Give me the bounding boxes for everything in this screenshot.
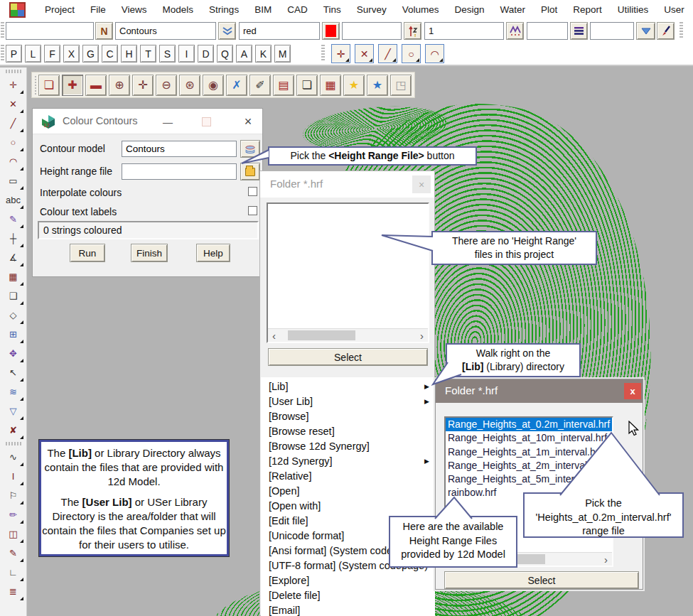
scroll-left-icon[interactable]: ‹ [268, 329, 280, 342]
menu-item[interactable]: [Relative] ▶ [261, 469, 435, 484]
polygon-tool-icon[interactable]: ◇ [3, 306, 24, 325]
menu-item[interactable]: Views [114, 1, 155, 18]
menu-item[interactable]: Water [493, 1, 534, 18]
interpolate-colours-checkbox[interactable] [248, 187, 257, 196]
menu-item[interactable]: [Delete file] ▶ [261, 588, 435, 603]
scroll-right-icon[interactable]: › [600, 553, 612, 566]
translate-tool-icon[interactable]: ✥ [3, 344, 24, 363]
remove-view-icon[interactable]: ▬ [85, 75, 107, 96]
hrf-file-item[interactable]: Range_Heights_at_10m_interval.hrf [446, 431, 612, 445]
minimize-button[interactable]: — [157, 114, 178, 130]
toolbar-grip[interactable] [1, 45, 4, 62]
toolbar-grip[interactable] [321, 45, 325, 62]
select-button[interactable]: Select [444, 571, 639, 589]
toolbar-grip[interactable] [1, 22, 4, 39]
zoom-previous-icon[interactable]: ◉ [203, 75, 224, 96]
help-button[interactable]: Help [196, 244, 230, 262]
pencil-tool-icon[interactable]: ✎ [3, 210, 24, 229]
eyedropper-button[interactable] [657, 22, 675, 40]
arc-snap-icon[interactable]: ◠ [425, 44, 444, 63]
copy-window-icon[interactable]: ❑ [3, 286, 24, 306]
finish-button[interactable]: Finish [131, 244, 168, 262]
shield-polygon-icon[interactable]: ▽ [3, 401, 24, 421]
toolbar-grip[interactable] [6, 70, 21, 73]
mode-letter-button[interactable]: Q [217, 45, 233, 63]
dialog-titlebar[interactable]: 12 Colour Contours — × [33, 109, 262, 134]
menu-item[interactable]: User [656, 1, 692, 18]
mode-letter-button[interactable]: M [274, 45, 291, 63]
colour-swatch-button[interactable] [322, 22, 340, 40]
mode-letter-button[interactable]: P [6, 45, 22, 63]
menu-item[interactable]: [Explore] ▶ [261, 573, 435, 588]
synergy-star-icon[interactable]: ★ [367, 75, 388, 96]
menu-item[interactable]: Volumes [394, 1, 447, 18]
plot-icon[interactable]: ▤ [273, 75, 294, 96]
move-view-icon[interactable]: ◫ [3, 524, 24, 544]
survey-tool-icon[interactable]: ⚐ [3, 486, 24, 505]
menu-item[interactable]: BIM [247, 1, 279, 18]
colour-text-labels-checkbox[interactable] [248, 206, 257, 215]
menu-item[interactable]: [Open] ▶ [261, 484, 435, 499]
model-input[interactable] [115, 22, 216, 40]
run-button[interactable]: Run [70, 244, 105, 262]
tin-choice-button[interactable] [570, 22, 588, 40]
circle-snap-icon[interactable]: ○ [402, 44, 421, 63]
mode-letter-button[interactable]: I [178, 45, 195, 63]
segment-snap-icon[interactable]: ╱ [378, 44, 397, 63]
mode-letter-button[interactable]: K [255, 45, 272, 63]
polyline-tool-icon[interactable]: ∟ [3, 563, 24, 582]
maximize-button[interactable] [202, 117, 211, 126]
weed-choice-button[interactable] [506, 22, 524, 40]
measure-tool-icon[interactable]: ∡ [3, 248, 24, 267]
image-point-icon[interactable]: ⊞ [3, 325, 24, 344]
close-button[interactable]: × [237, 113, 259, 130]
file-list-empty[interactable]: ‹ › [267, 202, 429, 343]
zoom-in-icon[interactable]: ⊕ [109, 75, 130, 96]
edit-note-icon[interactable]: ✏ [3, 505, 24, 524]
menu-item[interactable]: [Open with] ▶ [261, 499, 435, 514]
layout-icon[interactable]: ◳ [390, 75, 412, 96]
menu-item[interactable]: [Lib] ▶ [261, 379, 435, 394]
favourites-star-icon[interactable]: ★ [343, 75, 365, 96]
menu-item[interactable]: Utilities [610, 1, 657, 18]
menu-item[interactable]: Report [565, 1, 610, 18]
height-input[interactable] [342, 22, 402, 40]
grid-tool-icon[interactable]: ▦ [3, 267, 24, 286]
model-picker-button[interactable] [240, 140, 260, 158]
interface-tool-icon[interactable]: I [3, 467, 24, 486]
toolbar-grip[interactable] [35, 76, 36, 94]
cad-text-input[interactable] [6, 22, 94, 40]
mode-letter-button[interactable]: F [44, 45, 60, 63]
mode-letter-button[interactable]: H [121, 45, 137, 63]
sheet-icon[interactable]: ▦ [320, 75, 341, 96]
mode-letter-button[interactable]: C [102, 45, 118, 63]
copy-view-icon[interactable]: ❏ [296, 75, 318, 96]
mode-letter-button[interactable]: L [25, 45, 41, 63]
menu-item[interactable]: [Browse] ▶ [261, 409, 435, 424]
mode-letter-button[interactable]: D [198, 45, 214, 63]
contour-model-input[interactable] [122, 141, 237, 157]
menu-item[interactable]: [User Lib] ▶ [261, 394, 435, 409]
colour-input[interactable] [239, 22, 320, 40]
scroll-thumb[interactable] [288, 330, 355, 340]
menu-item[interactable]: Tins [316, 1, 349, 18]
height-range-file-input[interactable] [122, 163, 237, 180]
menu-item[interactable]: Plot [533, 1, 565, 18]
mode-letter-button[interactable]: G [82, 45, 99, 63]
rectangle-tool-icon[interactable]: ▭ [3, 171, 24, 190]
height-choice-button[interactable] [404, 22, 421, 40]
dropdown-button[interactable] [636, 22, 655, 40]
redraw-icon[interactable]: ✐ [249, 75, 271, 96]
add-view-icon[interactable]: ✚ [62, 75, 83, 96]
smooth-line-icon[interactable]: ✎ [3, 544, 24, 563]
mode-letter-button[interactable]: X [63, 45, 80, 63]
hrf-file-item[interactable]: Range_Heights_at_2m_interval.hrf [446, 459, 612, 472]
height-range-file-button[interactable] [240, 163, 260, 180]
point-snap-icon[interactable]: ✛ [3, 75, 24, 94]
string-colour-icon[interactable]: ≋ [3, 382, 24, 401]
point-snap-icon[interactable]: ✛ [331, 44, 350, 63]
zoom-range-icon[interactable]: ⊖ [156, 75, 177, 96]
menu-item[interactable]: File [82, 1, 114, 18]
toolbar-grip[interactable] [679, 22, 683, 39]
hrf-file-item[interactable]: Range_Heights_at_0.2m_interval.hrf [446, 418, 612, 431]
